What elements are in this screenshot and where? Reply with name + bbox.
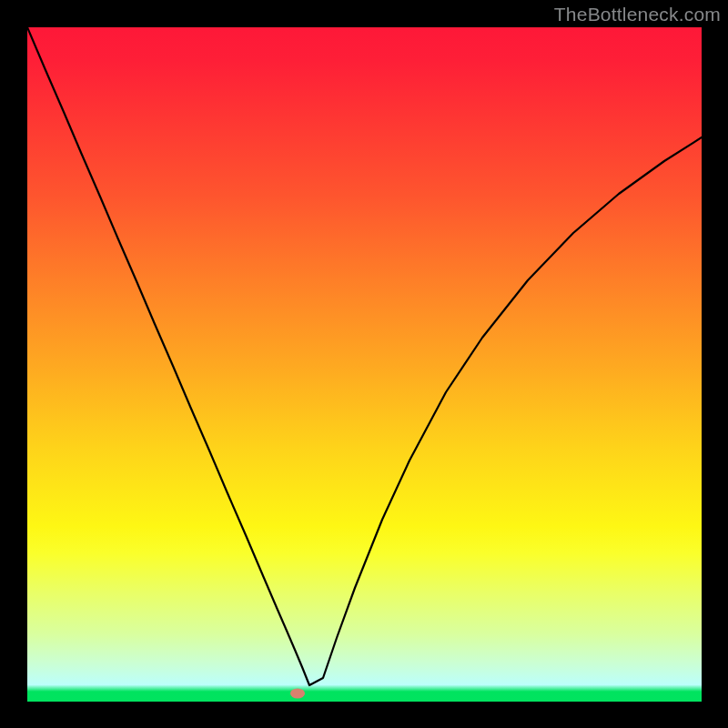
optimal-point-marker xyxy=(290,689,305,699)
chart-frame: TheBottleneck.com xyxy=(0,0,728,728)
plot-area xyxy=(27,27,702,702)
curve-path xyxy=(27,27,702,685)
watermark-text: TheBottleneck.com xyxy=(554,4,721,25)
bottleneck-curve xyxy=(27,27,702,702)
